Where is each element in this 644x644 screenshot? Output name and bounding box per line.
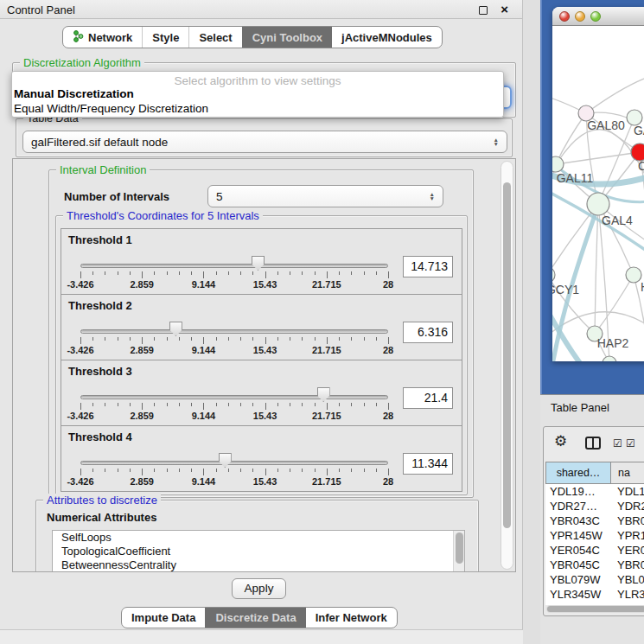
apply-button[interactable]: Apply	[232, 578, 286, 599]
table-cell[interactable]: YDR27…	[545, 499, 611, 513]
tab-discretize-data[interactable]: Discretize Data	[205, 608, 305, 628]
right-region: GAL80GACGAL11GAL4GCY1HHAP2 Table Panel ⚙…	[523, 0, 644, 644]
close-icon[interactable]: ×	[501, 2, 508, 16]
table-cell[interactable]: YDR2	[611, 499, 644, 513]
float-window-icon[interactable]	[479, 6, 488, 15]
table-cell[interactable]: YBR043C	[545, 513, 611, 528]
table-cell[interactable]: YBR0	[611, 513, 644, 528]
network-node-label: GA	[634, 124, 644, 137]
network-node-gal11[interactable]	[552, 156, 564, 172]
threshold-list: Threshold 1-3.4262.8599.14415.4321.71528…	[61, 228, 462, 492]
table-row[interactable]: YBL079WYBL0	[545, 572, 644, 587]
table-data-combobox[interactable]: galFiltered.sif default node ▲▼	[22, 131, 507, 153]
threshold-value-field[interactable]: 21.4	[403, 387, 453, 409]
close-light[interactable]	[559, 11, 570, 22]
slider-track[interactable]	[80, 395, 388, 399]
network-node-gcy1[interactable]	[552, 267, 555, 283]
table-cell[interactable]: YDL1	[611, 484, 644, 499]
attributes-group: Attributes to discretize Numerical Attri…	[35, 500, 479, 572]
slider-thumb[interactable]	[219, 453, 232, 468]
table-cell[interactable]: YLR3	[611, 587, 644, 602]
number-of-intervals-label: Number of Intervals	[64, 190, 169, 203]
number-of-intervals-combobox[interactable]: 5 ▲▼	[207, 185, 443, 207]
network-canvas[interactable]: GAL80GACGAL11GAL4GCY1HHAP2	[552, 26, 644, 361]
slider-thumb[interactable]	[252, 256, 265, 271]
attributes-scrollbar-thumb[interactable]	[456, 532, 463, 564]
table-cell[interactable]: YBR0	[611, 558, 644, 572]
table-row[interactable]: YDL19…YDL1	[545, 484, 644, 499]
table-row[interactable]: YER054CYER0	[545, 543, 644, 558]
settings-vertical-scrollbar[interactable]	[501, 161, 513, 570]
tab-cyni-toolbox[interactable]: Cyni Toolbox	[242, 27, 332, 48]
table-scrollbar-thumb[interactable]	[547, 606, 644, 612]
table-cell[interactable]: YBL0	[611, 572, 644, 587]
column-header-name[interactable]: na	[611, 462, 644, 484]
table-row[interactable]: YLR345WYLR3	[545, 587, 644, 602]
traffic-lights	[559, 11, 601, 22]
table-cell[interactable]: YER054C	[545, 543, 611, 558]
settings-scrollpane: Interval Definition Number of Intervals …	[12, 158, 516, 572]
network-node-c[interactable]	[631, 143, 644, 161]
network-edge	[556, 113, 586, 164]
minimize-light[interactable]	[575, 11, 585, 22]
table-cell[interactable]: YER0	[611, 543, 644, 558]
slider-track[interactable]	[80, 264, 388, 268]
tab-style[interactable]: Style	[142, 27, 188, 48]
numerical-attributes-label: Numerical Attributes	[47, 511, 156, 524]
attribute-list-item[interactable]: TopologicalCoefficient	[53, 545, 464, 558]
table-horizontal-scrollbar[interactable]	[546, 605, 644, 613]
table-cell[interactable]: YPR145W	[545, 528, 611, 543]
tab-network[interactable]: Network	[63, 27, 142, 48]
tab-select[interactable]: Select	[188, 27, 241, 48]
table-row[interactable]: YPR145WYPR1	[545, 528, 644, 543]
table-cell[interactable]: YDL19…	[545, 484, 611, 499]
network-node[interactable]	[603, 356, 616, 361]
dropdown-option-manual[interactable]: Manual Discretization	[12, 86, 503, 101]
network-node-h[interactable]	[626, 267, 641, 283]
attribute-list-item[interactable]: SelfLoops	[53, 531, 464, 545]
slider-thumb[interactable]	[169, 322, 182, 336]
network-node-gal4[interactable]	[587, 193, 609, 215]
table-cell[interactable]: YBL079W	[545, 572, 611, 587]
table-cell[interactable]: YPR1	[611, 528, 644, 543]
control-panel-title: Control Panel	[7, 3, 75, 16]
threshold-label: Threshold 3	[68, 365, 132, 378]
threshold-value-field[interactable]: 11.344	[403, 453, 453, 475]
slider-tick-labels: -3.4262.8599.14415.4321.71528	[80, 345, 388, 355]
control-panel: Control Panel × Network S	[0, 0, 523, 644]
gear-icon[interactable]: ⚙	[554, 434, 567, 449]
zoom-light[interactable]	[590, 11, 601, 22]
network-node-label: GAL80	[587, 118, 625, 132]
column-header-shared-name[interactable]: shared…	[545, 462, 611, 484]
table-row[interactable]: YBR045CYBR0	[545, 558, 644, 572]
threshold-row-1: Threshold 1-3.4262.8599.14415.4321.71528…	[61, 228, 462, 295]
tab-jactivemnodules[interactable]: jActiveMNodules	[332, 27, 442, 48]
threshold-value-field[interactable]: 14.713	[403, 256, 453, 277]
threshold-value-field[interactable]: 6.316	[403, 322, 453, 343]
table-cell[interactable]: YBR045C	[545, 558, 611, 572]
table-row[interactable]: YBR043CYBR0	[545, 513, 644, 528]
table-row[interactable]: YDR27…YDR2	[545, 499, 644, 513]
tab-impute-data[interactable]: Impute Data	[122, 608, 205, 628]
slider-thumb[interactable]	[317, 387, 330, 402]
settings-scrollbar-thumb[interactable]	[503, 182, 511, 528]
table-header-row: shared… na	[545, 462, 644, 484]
split-columns-icon[interactable]	[585, 437, 601, 450]
table-panel-inner: ⚙ ☑ ☑ shared… na YDL19…YDL1YDR27…YDR2YBR…	[543, 426, 644, 616]
slider-track[interactable]	[80, 329, 388, 334]
slider-ticks	[80, 337, 388, 345]
attribute-list-item[interactable]: BetweennessCentrality	[53, 558, 464, 572]
number-of-intervals-value: 5	[216, 190, 223, 203]
network-node-label: GAL4	[602, 214, 633, 227]
table-cell[interactable]: YLR345W	[545, 587, 611, 602]
slider-tick-labels: -3.4262.8599.14415.4321.71528	[80, 411, 388, 421]
threshold-label: Threshold 1	[68, 233, 132, 246]
show-columns-checkbox-icon-2[interactable]: ☑	[626, 437, 635, 450]
tab-infer-network[interactable]: Infer Network	[306, 608, 397, 628]
slider-track[interactable]	[80, 461, 388, 465]
dropdown-option-equal-width[interactable]: Equal Width/Frequency Discretization	[12, 101, 503, 116]
show-columns-checkbox-icon[interactable]: ☑	[613, 437, 622, 450]
attributes-scrollbar[interactable]	[453, 531, 464, 572]
network-view-window: GAL80GACGAL11GAL4GCY1HHAP2	[552, 7, 644, 361]
attributes-group-label: Attributes to discretize	[43, 494, 161, 507]
